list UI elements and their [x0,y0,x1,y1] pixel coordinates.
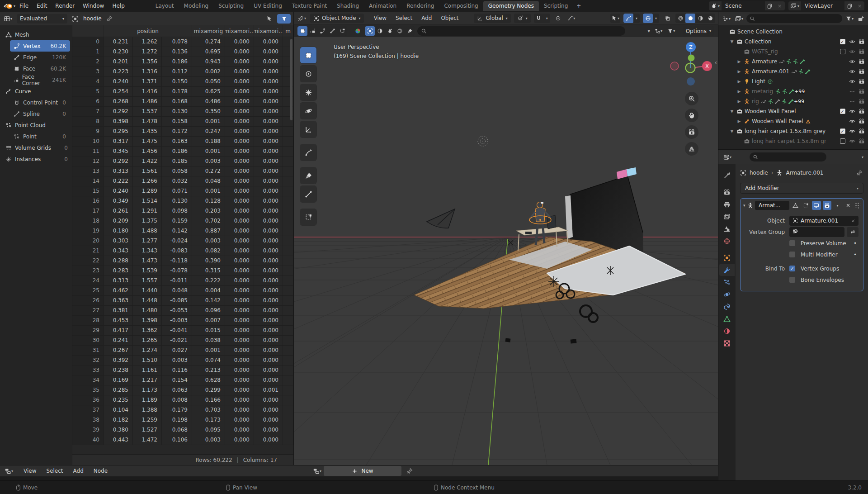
editor-type-button[interactable]: ▾ [721,14,731,23]
table-row[interactable]: 270.3811.480-0.0530.0960.0000.000 [72,306,293,316]
eye-icon[interactable] [848,48,856,55]
select-mode-tweak-button[interactable] [297,26,307,36]
tool-select-box-button[interactable] [300,47,316,63]
row-filter-toggle[interactable] [277,14,291,24]
viewlayer-remove-button[interactable] [854,1,864,10]
outliner-item[interactable]: ▼ long hair carpet 1.5x.8m grey ✓ [718,126,868,136]
drag-handle[interactable] [855,202,860,209]
table-row[interactable]: 380.1821.259-0.1980.1730.0000.000 [72,415,293,425]
table-row[interactable]: 60.2681.4860.1680.4860.0000.000 [72,97,293,107]
table-row[interactable]: 70.2921.5370.1300.3500.0000.000 [72,107,293,117]
select-mode-lasso-button[interactable] [327,26,337,36]
domain-volume-grids[interactable]: Volume Grids 0 [0,142,72,153]
table-row[interactable]: 90.2951.4350.1720.2470.0000.000 [72,127,293,137]
properties-options-chevron[interactable]: ▾ [861,154,864,160]
breadcrumb-object[interactable]: hoodie [750,170,768,176]
node-menu-view[interactable]: View [19,466,40,475]
workspace-tab-modeling[interactable]: Modeling [179,1,214,11]
render-visibility-icon[interactable] [858,128,865,135]
table-row[interactable]: 190.1801.488-0.1420.8870.0000.000 [72,226,293,236]
pin-icon[interactable] [105,14,113,23]
filter-object-button[interactable] [365,26,375,36]
domain-point-cloud[interactable]: Point Cloud [0,119,72,131]
table-row[interactable]: 150.2401.2890.0710.0010.0000.000 [72,186,293,196]
table-row[interactable]: 80.3981.4780.1580.0010.0000.000 [72,117,293,127]
proportional-falloff-dropdown[interactable]: ▾ [566,14,576,23]
outliner-search-field[interactable] [746,14,842,23]
editor-type-button[interactable]: ▾ [297,14,307,23]
gizmos-toggle[interactable] [623,14,633,23]
eye-icon[interactable] [848,138,856,145]
animate-dot-icon[interactable]: • [854,252,857,258]
table-row[interactable]: 50.2541.4160.1780.6250.0000.000 [72,87,293,97]
tool-rotate-button[interactable] [300,103,316,119]
sidebar-toggle-chevron[interactable]: ‹ [714,59,717,66]
column-header-position[interactable]: position [104,25,192,37]
tool-add-cube-button[interactable] [300,209,316,225]
outliner-item[interactable]: ▼ Wooden Wall Panel ✓ [718,106,868,116]
snap-toggle[interactable] [534,14,544,23]
table-row[interactable]: 40.2401.3710.1500.0500.0000.000 [72,77,293,87]
pan-button[interactable] [685,109,698,122]
table-row[interactable]: 250.4621.4400.0480.0040.0000.000 [72,286,293,296]
render-visibility-icon[interactable] [858,48,865,55]
workspace-tab-geometry-nodes[interactable]: Geometry Nodes [483,1,539,11]
table-row[interactable]: 110.3451.4560.1860.0010.0000.000 [72,147,293,157]
eye-icon[interactable] [848,128,856,135]
viewport-menu-add[interactable]: Add [417,14,436,23]
multi-modifier-checkbox[interactable]: ✓ [789,252,795,257]
outliner-item[interactable]: ▼ Collection ✓ [718,37,868,47]
eye-icon[interactable] [848,108,856,115]
outliner-item[interactable]: ▶ Armature.001 [718,66,868,76]
scene-browse-button[interactable]: ▾ [709,1,722,10]
editor-type-button[interactable]: ▾ [3,14,13,23]
expand-right-icon[interactable]: ▶ [736,89,742,94]
menu-help[interactable]: Help [108,1,128,10]
table-row[interactable]: 300.2411.265-0.0210.0380.0000.000 [72,336,293,346]
camera-view-button[interactable] [685,125,698,139]
show-viewport-toggle[interactable] [812,201,821,210]
show-in-editmode-toggle[interactable] [791,201,800,210]
eye-icon[interactable] [848,58,856,65]
new-collection-button[interactable] [857,14,865,23]
show-render-toggle[interactable] [823,201,831,210]
eye-icon[interactable] [848,78,856,85]
table-row[interactable]: 200.3031.277-0.0240.0030.0000.000 [72,236,293,246]
animate-dot-icon[interactable]: • [854,240,857,247]
node-search-field[interactable] [417,26,625,36]
properties-tab-scene[interactable] [719,223,735,235]
viewport-menu-select[interactable]: Select [392,14,416,23]
zoom-button[interactable] [685,92,698,105]
properties-tab-constraints[interactable] [719,300,735,313]
axis-gizmo[interactable]: Z X [670,40,713,89]
table-row[interactable]: 230.2831.539-0.0780.3150.0000.000 [72,266,293,276]
render-visibility-icon[interactable] [858,138,865,145]
blender-menu-button[interactable]: ▾ [4,2,15,10]
table-row[interactable]: 210.3431.343-0.0830.0820.0000.000 [72,246,293,256]
filter-material-button[interactable] [375,26,385,36]
properties-tab-physics[interactable] [719,288,735,300]
show-on-cage-toggle[interactable] [802,201,810,210]
clear-object-button[interactable] [851,218,855,223]
selection-filter-arrow-icon[interactable] [265,14,274,23]
node-editor-canvas[interactable] [0,476,718,480]
properties-tab-object[interactable] [719,252,735,264]
properties-search-field[interactable] [750,152,826,162]
column-header-partial[interactable]: m [283,25,293,37]
outliner-item[interactable]: ▶ metarig +99 [718,86,868,96]
domain-instances[interactable]: Instances 0 [0,153,72,165]
domain-face-corner[interactable]: Face Corner 241K [10,74,70,86]
node-menu-node[interactable]: Node [90,466,112,475]
pin-icon[interactable] [406,467,414,475]
properties-tab-material[interactable] [719,325,735,337]
properties-tab-texture[interactable] [719,337,735,349]
properties-tab-particles[interactable] [719,276,735,288]
show-object-types-dropdown[interactable]: ▾ [610,14,620,23]
render-visibility-icon[interactable] [858,118,865,125]
shading-rendered-button[interactable] [705,14,715,23]
render-visibility-icon[interactable] [858,58,865,65]
table-row[interactable]: 220.2881.473-0.1180.3900.0000.000 [72,256,293,266]
outliner-sync-dropdown[interactable]: ▾ [654,26,664,36]
expand-down-icon[interactable]: ▼ [729,109,735,114]
node-group-browse-button[interactable]: ▾ [312,467,322,475]
